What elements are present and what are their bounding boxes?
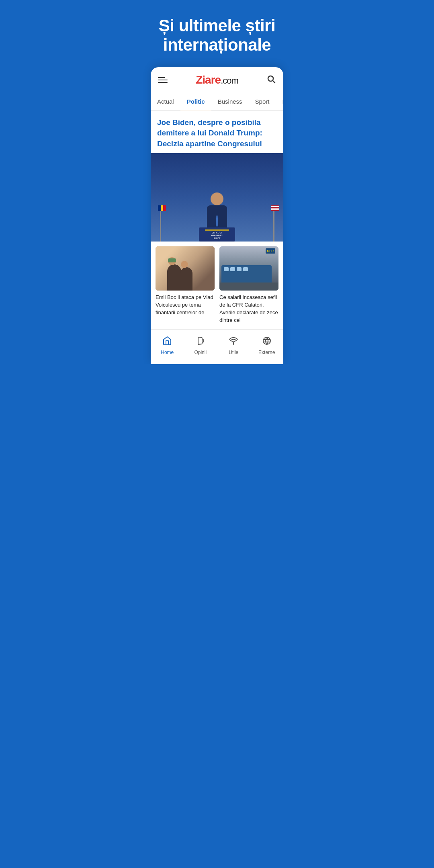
article-text-2: Ce salarii incaseaza sefii de la CFR Cal… <box>219 294 278 324</box>
main-article-title[interactable]: Joe Biden, despre o posibila demitere a … <box>151 111 283 154</box>
bottom-nav-externe-label: Externe <box>258 350 275 355</box>
svg-point-4 <box>233 342 234 343</box>
svg-line-1 <box>273 80 275 83</box>
tab-politic[interactable]: Politic <box>180 93 211 111</box>
menu-button[interactable] <box>158 77 168 83</box>
site-logo[interactable]: Ziare.com <box>196 74 238 86</box>
nav-tabs: Actual Politic Business Sport Life <box>151 93 283 111</box>
article-card-1[interactable]: Emil Boc il ataca pe Vlad Voiculescu pe … <box>156 246 215 324</box>
bottom-nav-externe[interactable]: Externe <box>250 334 284 358</box>
hero-section: Și ultimele știri internaționale <box>139 0 295 67</box>
article-text-1: Emil Boc il ataca pe Vlad Voiculescu pe … <box>156 294 215 317</box>
globe-icon <box>262 336 272 348</box>
tab-actual[interactable]: Actual <box>151 93 180 111</box>
article-thumb-2: CFR <box>219 246 278 291</box>
app-card: Ziare.com Actual Politic Business Sport … <box>151 67 283 364</box>
signal-tower-icon <box>229 336 238 348</box>
article-thumb-1 <box>156 246 215 291</box>
logo-red: Ziare <box>196 74 221 86</box>
tab-life[interactable]: Life <box>276 93 283 111</box>
hero-title: Și ultimele știri internaționale <box>151 16 283 55</box>
tab-business[interactable]: Business <box>211 93 249 111</box>
app-header: Ziare.com <box>151 67 283 93</box>
logo-dark: .com <box>221 76 238 86</box>
main-article-image: OFFICE OFPRESIDENTELECT <box>151 153 283 242</box>
flag-left <box>157 205 164 242</box>
search-button[interactable] <box>266 74 276 86</box>
home-icon <box>162 336 172 348</box>
bottom-nav-opinii-label: Opinii <box>194 350 207 355</box>
bottom-nav-utile-label: Utile <box>229 350 238 355</box>
articles-grid: Emil Boc il ataca pe Vlad Voiculescu pe … <box>151 242 283 329</box>
flag-right <box>270 205 277 242</box>
megaphone-icon <box>196 336 205 348</box>
bottom-nav-utile[interactable]: Utile <box>217 334 250 358</box>
bottom-nav: Home Opinii Util <box>151 329 283 364</box>
bottom-nav-opinii[interactable]: Opinii <box>184 334 217 358</box>
article-card-2[interactable]: CFR Ce salarii incaseaza sefii de la CFR… <box>219 246 278 324</box>
tab-sport[interactable]: Sport <box>249 93 276 111</box>
biden-figure: OFFICE OFPRESIDENTELECT <box>199 192 235 242</box>
bottom-nav-home-label: Home <box>161 350 174 355</box>
bottom-nav-home[interactable]: Home <box>151 334 184 358</box>
svg-point-5 <box>263 337 270 344</box>
